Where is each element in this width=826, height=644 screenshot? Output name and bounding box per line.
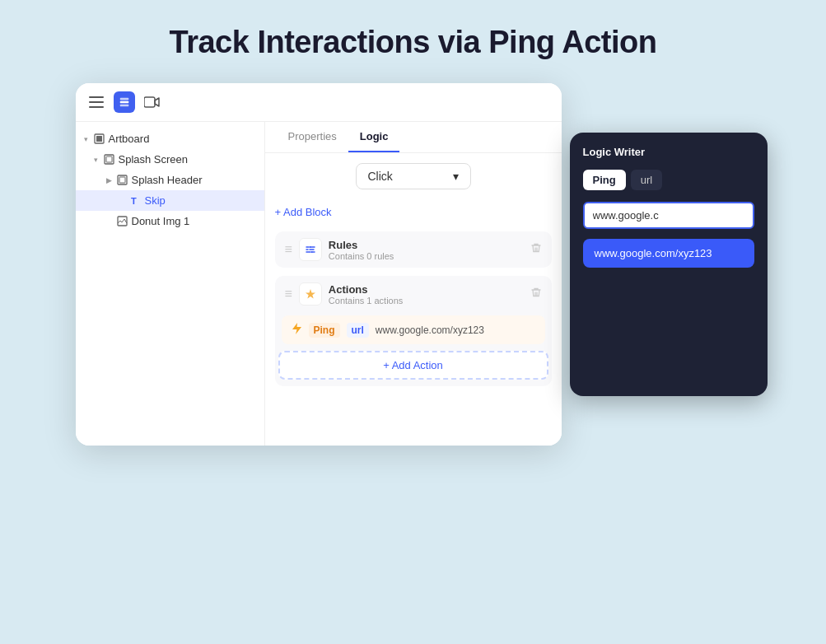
logic-writer-suggestion[interactable]: www.google.com/xyz123: [583, 239, 754, 268]
artboard-label: Artboard: [109, 133, 256, 145]
add-action-button[interactable]: + Add Action: [278, 351, 548, 380]
logic-content: Click ▾ + Add Block ≡: [265, 153, 562, 404]
arrow-icon: ▾: [82, 135, 91, 143]
menu-icon[interactable]: [87, 93, 105, 111]
svg-rect-5: [119, 105, 128, 107]
arrow-icon: ▶: [105, 176, 114, 184]
ui-container: ▾ Artboard ▾: [76, 83, 751, 446]
app-window: ▾ Artboard ▾: [76, 83, 562, 446]
tab-logic[interactable]: Logic: [348, 122, 400, 152]
logic-writer-title: Logic Writer: [583, 146, 754, 158]
actions-title: Actions: [329, 283, 404, 296]
url-tag: url: [347, 323, 369, 338]
sidebar: ▾ Artboard ▾: [76, 122, 265, 446]
sidebar-item-donut-img[interactable]: Donut Img 1: [76, 211, 264, 231]
rules-header-left: ≡ Rules Cont: [285, 238, 394, 261]
component-icon: [104, 154, 115, 166]
drag-icon[interactable]: ≡: [285, 287, 292, 301]
sidebar-item-splash-screen[interactable]: ▾ Splash Screen: [76, 149, 264, 170]
svg-text:T: T: [131, 196, 137, 206]
ping-tag: Ping: [309, 323, 340, 338]
svg-rect-8: [96, 136, 102, 142]
artboard-icon: [94, 133, 105, 145]
trigger-dropdown[interactable]: Click ▾: [356, 163, 471, 189]
lw-tab-ping[interactable]: Ping: [583, 170, 626, 190]
drag-icon[interactable]: ≡: [285, 242, 292, 257]
lw-tab-url[interactable]: url: [631, 170, 662, 190]
rules-icon: [299, 238, 322, 261]
actions-header-left: ≡ Actions Contains 1 actions: [285, 282, 404, 306]
video-icon[interactable]: [143, 93, 161, 111]
arrow-icon: ▾: [92, 156, 100, 164]
splash-screen-label: Splash Screen: [119, 153, 256, 166]
svg-rect-10: [106, 156, 112, 162]
text-icon: T: [130, 195, 142, 207]
ping-action-row[interactable]: Ping url www.google.com/xyz123: [282, 315, 545, 344]
layers-icon[interactable]: [114, 91, 135, 113]
donut-img-label: Donut Img 1: [132, 215, 256, 227]
actions-subtitle: Contains 1 actions: [329, 296, 404, 306]
svg-rect-2: [89, 106, 104, 108]
image-icon: [117, 216, 128, 227]
rules-block-header: ≡ Rules Cont: [275, 231, 552, 268]
action-url-value: www.google.com/xyz123: [376, 324, 484, 336]
svg-rect-6: [144, 97, 155, 107]
actions-block: ≡ Actions Contains 1 actions: [275, 276, 552, 386]
sidebar-item-splash-header[interactable]: ▶ Splash Header: [76, 170, 264, 190]
svg-rect-4: [119, 101, 128, 104]
content-panel: Properties Logic Click ▾ + Add Block: [265, 122, 562, 446]
rules-title: Rules: [329, 239, 394, 251]
trigger-selector: Click ▾: [275, 163, 552, 189]
logic-writer-panel: Logic Writer Ping url www.google.com/xyz…: [570, 133, 768, 396]
svg-rect-3: [119, 98, 128, 100]
delete-rules-icon[interactable]: [530, 242, 542, 257]
logic-writer-input[interactable]: [583, 202, 754, 229]
tab-properties[interactable]: Properties: [277, 122, 348, 152]
arrow-icon: [119, 197, 127, 205]
page-title: Track Interactions via Ping Action: [170, 25, 657, 60]
actions-icon: [299, 282, 322, 306]
arrow-icon: [105, 217, 114, 226]
component-icon: [117, 175, 128, 186]
sidebar-item-skip[interactable]: T Skip: [76, 190, 264, 211]
chevron-down-icon: ▾: [453, 170, 459, 183]
add-block-button[interactable]: + Add Block: [275, 201, 552, 223]
svg-point-15: [309, 246, 310, 248]
svg-rect-0: [89, 96, 104, 98]
rules-block: ≡ Rules Cont: [275, 231, 552, 268]
skip-label: Skip: [145, 194, 256, 207]
sidebar-item-artboard[interactable]: ▾ Artboard: [76, 128, 264, 149]
svg-rect-12: [119, 177, 125, 183]
actions-block-header: ≡ Actions Contains 1 actions: [275, 276, 552, 312]
main-area: ▾ Artboard ▾: [76, 122, 562, 446]
svg-point-16: [310, 251, 312, 253]
rules-subtitle: Contains 0 rules: [329, 251, 394, 261]
logic-writer-tabs: Ping url: [583, 170, 754, 190]
delete-actions-icon[interactable]: [530, 287, 542, 301]
toolbar: [76, 83, 562, 122]
trigger-label: Click: [368, 170, 393, 183]
splash-header-label: Splash Header: [132, 174, 256, 186]
panel-tabs: Properties Logic: [265, 122, 562, 153]
svg-rect-1: [89, 101, 104, 103]
ping-bolt-icon: [292, 322, 302, 338]
